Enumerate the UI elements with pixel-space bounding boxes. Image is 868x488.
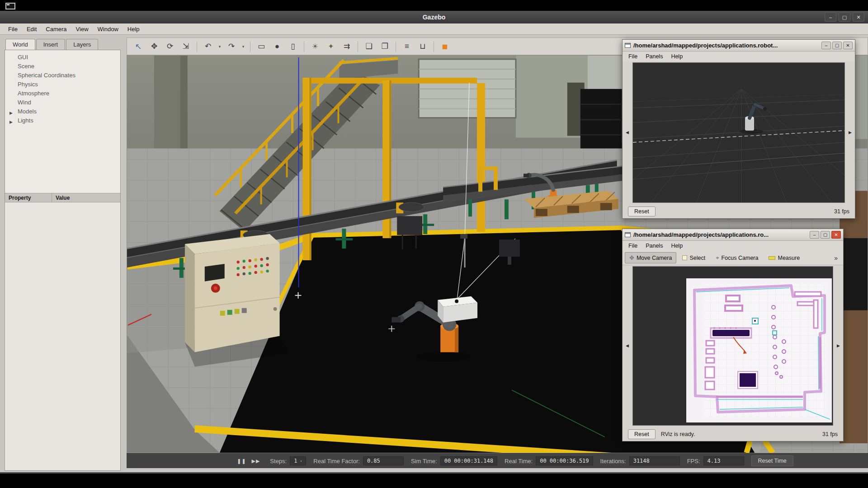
window-controls: – ▢ ✕ (825, 13, 864, 22)
menu-window[interactable]: Window (93, 24, 123, 34)
world-panel: World Insert Layers GUI Scene Spherical … (5, 38, 121, 471)
snap-icon[interactable]: ⊔ (416, 40, 429, 53)
rviz-bottom-titlebar[interactable]: /home/arshad/mapped/projects/application… (623, 229, 843, 241)
align-icon[interactable]: ≡ (400, 40, 414, 53)
rviz-toolbar: ✥ Move Camera Select ⌖ Focus Camera Meas… (623, 251, 843, 265)
reset-button[interactable]: Reset (628, 206, 656, 216)
rviz-map-view[interactable] (632, 266, 833, 426)
maximize-button[interactable]: ▢ (839, 13, 850, 22)
toolbar-separator (197, 41, 197, 52)
translate-tool-icon[interactable]: ✥ (147, 40, 161, 53)
rotate-tool-icon[interactable]: ⟳ (163, 40, 177, 53)
tree-item-lights[interactable]: ▶ Lights (5, 116, 120, 125)
step-button[interactable]: ▶▶ (249, 458, 263, 464)
toolbar-separator (358, 41, 358, 52)
rviz-bottom-menubar: File Panels Help (623, 241, 843, 251)
menu-help[interactable]: Help (667, 52, 687, 61)
select-tool-icon[interactable]: ↖ (132, 40, 145, 53)
right-edge-shelving (840, 191, 868, 443)
rtf-label: Real Time Factor: (313, 458, 360, 465)
rviz-3d-grid (633, 63, 844, 202)
maximize-button[interactable]: ▢ (821, 231, 830, 239)
measure-label: Measure (778, 255, 800, 261)
menu-file[interactable]: File (624, 242, 642, 250)
box-shape-icon[interactable]: ▭ (255, 40, 268, 53)
point-light-icon[interactable]: ☀ (308, 40, 322, 53)
spot-light-icon[interactable]: ✦ (324, 40, 338, 53)
gazebo-titlebar[interactable]: Gazebo – ▢ ✕ (0, 11, 868, 23)
select-tool[interactable]: Select (678, 253, 710, 263)
undo-icon[interactable]: ↶ (201, 40, 215, 53)
steps-spin-icon[interactable]: ▾ (300, 459, 302, 463)
tree-item-scene[interactable]: Scene (5, 62, 120, 71)
redo-history-dropdown-icon[interactable]: ▾ (241, 40, 246, 53)
tree-item-gui[interactable]: GUI (5, 53, 120, 62)
focus-camera-tool[interactable]: ⌖ Focus Camera (711, 252, 763, 264)
scale-tool-icon[interactable]: ⇲ (179, 40, 193, 53)
tab-insert[interactable]: Insert (36, 39, 66, 50)
pan-right-icon[interactable]: ▶ (837, 343, 840, 348)
close-button[interactable]: ✕ (853, 13, 864, 22)
cylinder-shape-icon[interactable]: ▯ (286, 40, 300, 53)
reset-button[interactable]: Reset (628, 429, 656, 439)
menu-view[interactable]: View (71, 24, 93, 34)
window-title: Gazebo (0, 11, 868, 23)
real-time-field[interactable]: 00 00:00:36.519 (536, 456, 593, 465)
copy-icon[interactable]: ❏ (362, 40, 376, 53)
tab-layers[interactable]: Layers (66, 39, 98, 50)
directional-light-icon[interactable]: ⇉ (340, 40, 354, 53)
iterations-field[interactable]: 31148 (629, 456, 680, 465)
desktop-background (0, 0, 868, 11)
sim-time-field[interactable]: 00 00:00:31.148 (440, 456, 497, 465)
menu-file[interactable]: File (4, 24, 22, 34)
steps-spinbox[interactable]: 1 ▾ (290, 456, 306, 465)
rviz-bottom-bottombar: Reset RViz is ready. 31 fps (623, 427, 843, 442)
tree-item-atmosphere[interactable]: Atmosphere (5, 89, 120, 98)
measure-tool[interactable]: Measure (764, 253, 804, 263)
property-column-header: Property (5, 193, 52, 202)
tree-item-physics[interactable]: Physics (5, 80, 120, 89)
tree-item-models[interactable]: ▶ Models (5, 107, 120, 116)
pan-left-icon[interactable]: ◀ (626, 130, 629, 135)
sphere-shape-icon[interactable]: ● (270, 40, 284, 53)
desktop-window-icon[interactable] (5, 3, 15, 9)
tree-item-spherical-coordinates[interactable]: Spherical Coordinates (5, 71, 120, 80)
reset-time-button[interactable]: Reset Time (751, 455, 793, 466)
toolbar-overflow-icon[interactable]: » (834, 254, 841, 262)
paste-icon[interactable]: ❐ (378, 40, 392, 53)
view-angle-icon[interactable]: ◼ (438, 40, 452, 53)
sim-time-label: Sim Time: (411, 458, 437, 465)
toolbar-separator (304, 41, 304, 52)
menu-camera[interactable]: Camera (41, 24, 71, 34)
minimize-button[interactable]: – (821, 42, 831, 49)
pan-right-icon[interactable]: ▶ (849, 130, 852, 135)
toolbar-separator (434, 41, 434, 52)
move-camera-tool[interactable]: ✥ Move Camera (625, 252, 676, 263)
minimize-button[interactable]: – (810, 231, 819, 239)
close-button[interactable]: ✕ (843, 42, 853, 49)
maximize-button[interactable]: ▢ (832, 42, 842, 49)
pan-left-icon[interactable]: ◀ (626, 343, 629, 348)
fps-field[interactable]: 4.13 (703, 456, 744, 465)
tree-item-wind[interactable]: Wind (5, 98, 120, 107)
rviz-top-3d-view[interactable] (632, 62, 845, 203)
rviz-top-window-controls: – ▢ ✕ (821, 42, 853, 49)
close-button[interactable]: ✕ (831, 231, 841, 239)
rviz-status-text: RViz is ready. (661, 431, 695, 437)
undo-history-dropdown-icon[interactable]: ▾ (217, 40, 222, 53)
menu-edit[interactable]: Edit (22, 24, 41, 34)
rviz-top-titlebar[interactable]: /home/arshad/mapped/projects/application… (623, 40, 855, 52)
menu-panels[interactable]: Panels (642, 52, 667, 61)
menu-panels[interactable]: Panels (642, 242, 667, 250)
pause-button[interactable]: ❚❚ (234, 458, 249, 464)
tab-world[interactable]: World (5, 39, 35, 50)
expand-arrow-icon[interactable]: ▶ (9, 118, 13, 126)
redo-icon[interactable]: ↷ (225, 40, 238, 53)
rtf-field[interactable]: 0.85 (363, 456, 404, 465)
menu-file[interactable]: File (624, 52, 642, 61)
menu-help[interactable]: Help (123, 24, 144, 34)
expand-arrow-icon[interactable]: ▶ (9, 109, 13, 117)
menu-help[interactable]: Help (667, 242, 687, 250)
property-table-header: Property Value (5, 193, 120, 202)
minimize-button[interactable]: – (825, 13, 836, 22)
